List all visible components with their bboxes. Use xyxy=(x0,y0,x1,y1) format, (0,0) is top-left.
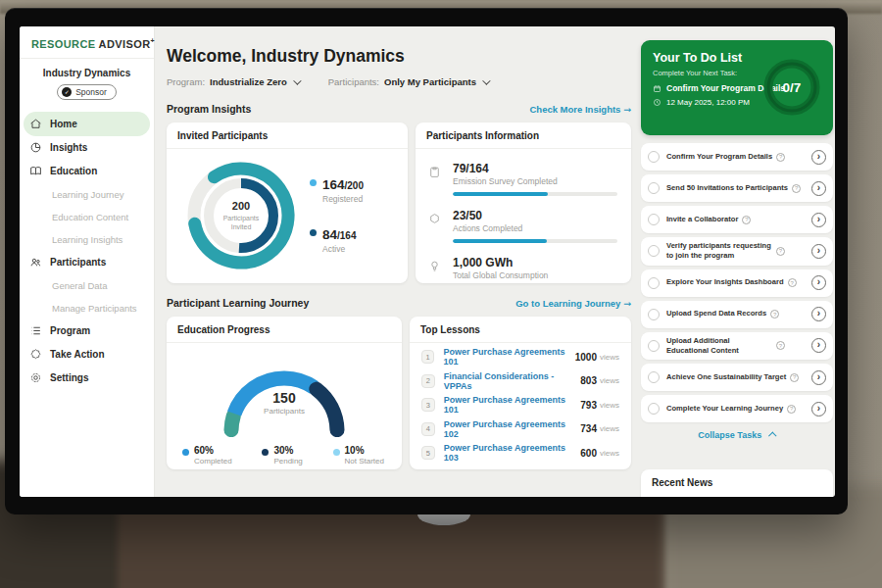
participants-information-card: Participants Information 79/164 Emission… xyxy=(416,122,631,283)
sidebar-item-manage-participants[interactable]: Manage Participants xyxy=(20,297,154,319)
card-title: Top Lessons xyxy=(410,317,631,343)
checkbox-circle[interactable] xyxy=(648,277,660,289)
info-icon[interactable]: ? xyxy=(770,310,779,318)
card-title: Participants Information xyxy=(416,122,631,149)
checkbox-circle[interactable] xyxy=(648,151,660,163)
sidebar-item-education[interactable]: Education xyxy=(20,160,154,183)
sidebar: RESOURCE ADVISOR+ Industry Dynamics ✓ Sp… xyxy=(20,26,155,497)
logo-resource: RESOURCE xyxy=(31,38,96,50)
chevron-right-icon[interactable]: › xyxy=(811,402,826,416)
info-icon[interactable]: ? xyxy=(788,278,797,287)
lesson-rank: 5 xyxy=(421,446,435,460)
legend-registered: 164/200 Registered xyxy=(310,175,364,204)
sidebar-item-label: Insights xyxy=(50,142,87,153)
program-filter-label: Program: xyxy=(167,76,205,87)
chevron-right-icon[interactable]: › xyxy=(811,150,826,165)
sidebar-item-label: Settings xyxy=(50,372,88,383)
chevron-right-icon[interactable]: › xyxy=(811,275,826,290)
sidebar-item-program[interactable]: Program xyxy=(20,319,154,343)
bulb-icon xyxy=(428,259,441,276)
todo-item[interactable]: Upload Spend Data Records ? › xyxy=(641,301,833,328)
sidebar-item-label: Education xyxy=(50,166,97,176)
todo-item[interactable]: Explore Your Insights Dashboard ? › xyxy=(641,270,833,297)
checkbox-circle[interactable] xyxy=(648,340,660,352)
clock-icon xyxy=(653,98,662,107)
resource-advisor-logo: RESOURCE ADVISOR+ xyxy=(20,26,154,59)
checkbox-circle[interactable] xyxy=(648,245,660,257)
insights-icon xyxy=(29,141,42,154)
clipboard-icon xyxy=(428,165,441,182)
sidebar-item-learning-insights[interactable]: Learning Insights xyxy=(20,228,154,251)
lesson-link[interactable]: Power Purchase Agreements 102 xyxy=(444,419,580,439)
donut-legend: 164/200 Registered 84/164 Active xyxy=(310,175,364,254)
legend-active: 84/164 Active xyxy=(310,225,364,254)
sponsor-badge-label: Sponsor xyxy=(75,87,107,97)
info-icon[interactable]: ? xyxy=(790,373,799,382)
checkbox-circle[interactable] xyxy=(648,371,660,383)
participants-filter[interactable]: Participants:Only My Participants xyxy=(328,76,488,87)
legend-not-started: 10% Not Started xyxy=(333,445,384,466)
checkbox-circle[interactable] xyxy=(648,309,660,320)
sidebar-item-education-content[interactable]: Education Content xyxy=(20,206,154,228)
learning-journey-section-header: Participant Learning Journey Go to Learn… xyxy=(167,297,631,309)
sidebar-item-label: Program xyxy=(50,325,90,336)
chevron-right-icon[interactable]: › xyxy=(811,213,826,227)
sidebar-item-learning-journey[interactable]: Learning Journey xyxy=(20,183,154,206)
info-icon[interactable]: ? xyxy=(776,153,785,162)
info-icon[interactable]: ? xyxy=(776,247,785,256)
logo-plus: + xyxy=(151,37,156,44)
program-filter[interactable]: Program:Industrialize Zero xyxy=(167,76,299,87)
todo-item[interactable]: Verify participants requesting to join t… xyxy=(641,237,833,266)
sidebar-item-general-data[interactable]: General Data xyxy=(20,274,154,297)
sidebar-item-participants[interactable]: Participants xyxy=(20,251,154,274)
lesson-link[interactable]: Power Purchase Agreements 103 xyxy=(444,443,580,463)
todo-item[interactable]: Send 50 Invitations to Participants ? › xyxy=(641,174,833,202)
chevron-right-icon[interactable]: › xyxy=(811,338,826,353)
main-content: Welcome, Industry Dynamics Program:Indus… xyxy=(167,26,631,497)
sidebar-item-label: Participants xyxy=(50,257,106,268)
lesson-rank: 2 xyxy=(421,374,435,388)
todo-item[interactable]: Confirm Your Program Details ? › xyxy=(641,143,833,171)
lesson-row: 5 Power Purchase Agreements 103 600views xyxy=(410,441,631,466)
collapse-tasks-link[interactable]: Collapse Tasks xyxy=(641,430,833,440)
checkbox-circle[interactable] xyxy=(648,182,660,194)
lesson-link[interactable]: Financial Considerations - VPPAs xyxy=(444,371,581,391)
recent-news-card: Recent News xyxy=(641,469,833,497)
sponsor-badge[interactable]: ✓ Sponsor xyxy=(57,84,117,100)
chevron-right-icon[interactable]: › xyxy=(811,370,826,385)
todo-column: Your To Do List Complete Your Next Task:… xyxy=(641,26,833,497)
chevron-right-icon[interactable]: › xyxy=(811,244,826,259)
logo-advisor: ADVISOR xyxy=(99,38,151,50)
sidebar-item-home[interactable]: Home xyxy=(24,112,150,136)
photo-background: RESOURCE ADVISOR+ Industry Dynamics ✓ Sp… xyxy=(0,0,882,588)
go-to-learning-journey-link[interactable]: Go to Learning Journey → xyxy=(515,298,631,309)
section-title: Participant Learning Journey xyxy=(167,297,309,309)
lesson-link[interactable]: Power Purchase Agreements 101 xyxy=(444,395,580,415)
chevron-right-icon[interactable]: › xyxy=(811,181,826,196)
filters-row: Program:Industrialize Zero Participants:… xyxy=(167,76,488,87)
todo-item[interactable]: Upload Additional Educational Content ? … xyxy=(641,332,833,361)
home-icon xyxy=(29,118,42,130)
info-icon[interactable]: ? xyxy=(742,216,751,224)
info-icon[interactable]: ? xyxy=(776,341,785,350)
todo-item[interactable]: Invite a Collaborator ? › xyxy=(641,206,833,233)
check-more-insights-link[interactable]: Check More Insights → xyxy=(529,104,631,115)
todo-item[interactable]: Achieve One Sustainability Target ? › xyxy=(641,364,833,391)
lesson-link[interactable]: Power Purchase Agreements 101 xyxy=(443,347,574,367)
chevron-right-icon[interactable]: › xyxy=(811,307,826,321)
program-filter-value: Industrialize Zero xyxy=(210,76,287,87)
checkbox-circle[interactable] xyxy=(648,403,660,415)
gauge-center-value: 150 xyxy=(206,390,363,406)
participants-filter-value: Only My Participants xyxy=(384,76,476,87)
program-icon xyxy=(29,324,42,337)
sidebar-item-insights[interactable]: Insights xyxy=(20,136,154,160)
info-icon[interactable]: ? xyxy=(792,184,801,193)
education-progress-card: Education Progress 150 Participants xyxy=(167,317,402,469)
chevron-up-icon xyxy=(768,431,776,439)
checkbox-circle[interactable] xyxy=(648,214,660,225)
todo-progress-ring: 0/7 xyxy=(760,56,823,119)
sidebar-item-settings[interactable]: Settings xyxy=(20,367,154,390)
sidebar-item-take-action[interactable]: Take Action xyxy=(20,343,154,367)
info-icon[interactable]: ? xyxy=(787,405,796,414)
todo-item[interactable]: Complete Your Learning Journey ? › xyxy=(641,395,833,422)
